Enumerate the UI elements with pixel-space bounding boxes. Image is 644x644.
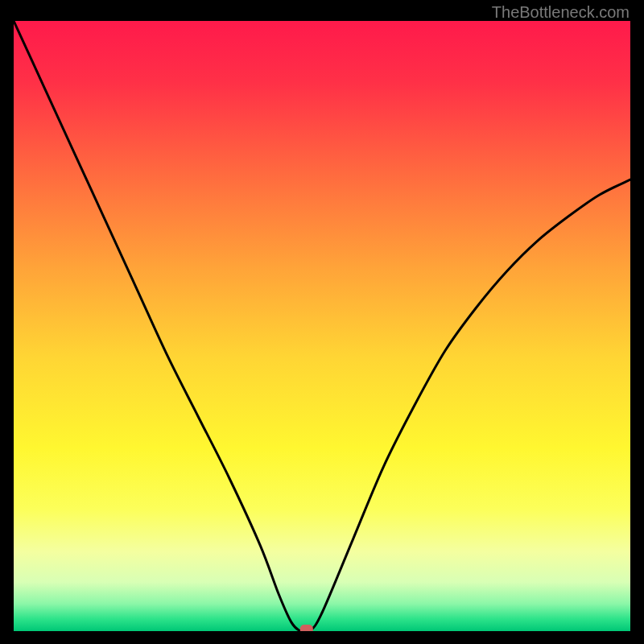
chart-frame: TheBottleneck.com — [0, 0, 644, 644]
plot-area — [14, 21, 630, 631]
gradient-background — [14, 21, 630, 631]
plot-svg — [14, 21, 630, 631]
dip-marker — [300, 625, 313, 631]
markers-group — [300, 625, 313, 631]
watermark-text: TheBottleneck.com — [492, 3, 630, 22]
